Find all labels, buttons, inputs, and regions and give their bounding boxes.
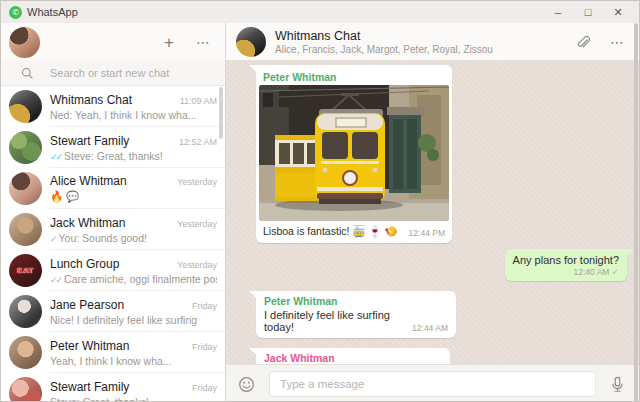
chat-time: Yesterday [177,260,217,270]
composer-bar [226,364,639,402]
window-title: WhatsApp [27,6,78,18]
message-text: I definitely feel like surfing today! [264,309,400,333]
emoji-icon[interactable] [238,376,255,393]
chat-list-item-jane-pearson[interactable]: Jane Pearson Friday Nice! I definitely f… [1,291,225,332]
message-peter-surfing: Peter Whitman I definitely feel like sur… [256,291,456,338]
message-time: 12:40 AM✓ [513,267,619,277]
search-input[interactable] [48,66,208,80]
chat-list-item-jack-whitman[interactable]: Jack Whitman Yesterday ✓You: Sounds good… [1,209,225,250]
message-input[interactable] [269,371,596,397]
chat-name: Alice Whitman [50,174,173,188]
sidebar: + ⋯ Whitmans Chat 11:09 AM [1,23,226,402]
attach-icon[interactable] [575,34,590,49]
chat-time: Yesterday [177,219,217,229]
photo-caption: Lisboa is fantastic! 🚋 🍷 🍤 [263,225,397,238]
search-icon [21,67,34,80]
message-area: Peter Whitman [226,61,639,364]
message-sender: Jack Whitman [264,352,442,364]
chat-avatar [9,90,42,123]
message-time: 12:44 AM [412,323,448,333]
chat-avatar [9,377,42,402]
close-button[interactable]: ✕ [603,2,633,22]
chat-avatar [9,336,42,369]
chat-list-item-alice-whitman[interactable]: Alice Whitman Yesterday 🔥 💬 [1,168,225,209]
conversation-scrollbar[interactable] [634,23,638,402]
message-text: Any plans for tonight? [513,254,619,266]
message-time: 12:44 PM [399,228,445,238]
tram-photo[interactable] [259,85,449,221]
chat-list-item-whitmans-chat[interactable]: Whitmans Chat 11:09 AM Ned: Yeah, I thin… [1,86,225,127]
group-avatar [236,27,266,57]
titlebar: ✆ WhatsApp – □ ✕ [1,1,639,23]
conversation-menu-icon[interactable]: ⋯ [610,34,625,50]
minimize-button[interactable]: – [543,2,573,22]
double-check-icon: ✓✓ [50,275,61,285]
whatsapp-logo-icon: ✆ [9,6,22,19]
chat-preview: 🔥 💬 [50,190,217,203]
chat-name: Whitmans Chat [50,93,176,107]
profile-avatar[interactable] [9,27,40,58]
message-jack-movie: Jack Whitman Tonight is the movie night!… [256,348,450,364]
chat-time: Friday [192,383,217,393]
chat-avatar: EAT [9,254,42,287]
chat-avatar [9,213,42,246]
chat-list-item-stewart-family[interactable]: Stewart Family 12:52 AM ✓✓Steve: Great, … [1,127,225,168]
sidebar-header: + ⋯ [1,23,225,61]
message-photo-peter: Peter Whitman [256,65,452,243]
conversation-pane: Whitmans Chat Alice, Francis, Jack, Marg… [226,23,639,402]
chat-preview: Yeah, I think I know wha... [50,355,217,367]
conversation-header[interactable]: Whitmans Chat Alice, Francis, Jack, Marg… [226,23,639,61]
chat-preview: ✓✓Steve: Great, thanks! [50,150,217,162]
chat-list-item-lunch-group[interactable]: EAT Lunch Group Yesterday ✓✓Care amiche,… [1,250,225,291]
single-check-icon: ✓ [50,234,56,244]
chat-time: 11:09 AM [180,96,217,106]
chat-time: Friday [192,342,217,352]
chat-name: Stewart Family [50,380,188,394]
search-bar [1,61,225,86]
chat-list-item-peter-whitman[interactable]: Peter Whitman Friday Yeah, I think I kno… [1,332,225,373]
chat-preview: ✓✓Care amiche, oggi finalmente posso [50,273,217,285]
chat-list: Whitmans Chat 11:09 AM Ned: Yeah, I thin… [1,86,225,402]
chat-name: Jack Whitman [50,216,173,230]
message-sender: Peter Whitman [259,68,449,84]
chat-preview: Nice! I definitely feel like surfing [50,314,217,326]
chat-preview: ✓You: Sounds good! [50,232,217,244]
chat-name: Lunch Group [50,257,173,271]
chat-name: Peter Whitman [50,339,188,353]
menu-icon[interactable]: ⋯ [196,34,211,50]
conversation-participants: Alice, Francis, Jack, Margot, Peter, Roy… [275,44,493,55]
double-check-icon: ✓✓ [50,152,61,162]
conversation-title: Whitmans Chat [275,29,493,43]
message-sender: Peter Whitman [264,295,448,307]
chat-list-item-stewart-family-2[interactable]: Stewart Family Friday Steve: Great, than… [1,373,225,402]
whatsapp-window: ✆ WhatsApp – □ ✕ + ⋯ [0,0,640,402]
chat-preview: Steve: Great, thanks! [50,396,217,402]
chat-time: Friday [192,301,217,311]
chat-time: 12:52 AM [179,137,217,147]
message-outgoing: Any plans for tonight? 12:40 AM✓ [505,249,627,281]
mic-icon[interactable] [610,376,625,393]
avatar-text: EAT [17,266,34,275]
sidebar-scrollbar[interactable] [219,87,223,139]
chat-time: Yesterday [177,177,217,187]
maximize-button[interactable]: □ [573,2,603,22]
new-chat-icon[interactable]: + [164,34,174,51]
single-check-icon: ✓ [611,267,619,277]
chat-preview: Ned: Yeah, I think I know wha... [50,109,217,121]
chat-avatar [9,131,42,164]
chat-avatar [9,295,42,328]
chat-name: Jane Pearson [50,298,188,312]
chat-name: Stewart Family [50,134,175,148]
chat-avatar [9,172,42,205]
